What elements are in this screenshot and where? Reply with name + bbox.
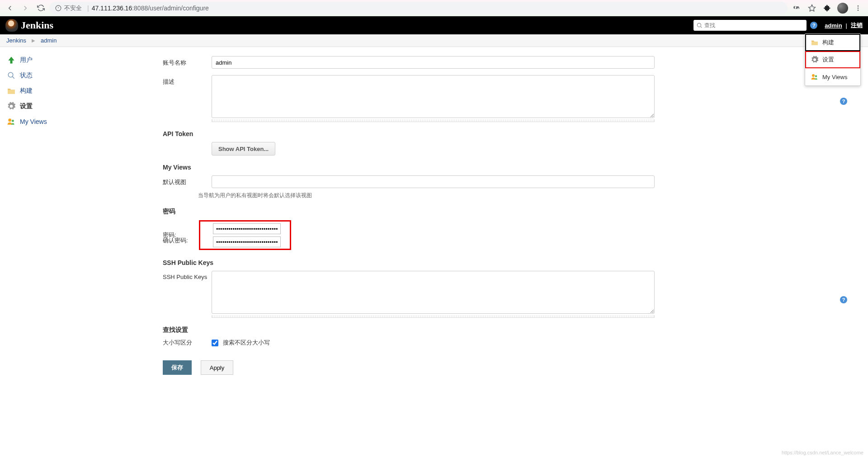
breadcrumb-home[interactable]: Jenkins (6, 37, 26, 44)
svg-point-5 (858, 7, 859, 9)
header-search[interactable] (693, 20, 807, 31)
svg-point-13 (8, 118, 11, 122)
svg-point-4 (858, 5, 859, 7)
key-icon[interactable] (790, 2, 803, 14)
sidebar: 用户 状态 构建 设置 My Views (0, 47, 127, 384)
current-user-link[interactable]: admin (825, 22, 842, 29)
default-view-hint: 当导航为用户的私有视图时将会默认选择该视图 (198, 192, 641, 199)
svg-point-14 (12, 120, 14, 122)
resize-grip[interactable] (212, 315, 655, 318)
browser-toolbar: 不安全 | 47.111.236.16:8088/user/admin/conf… (0, 0, 868, 16)
breadcrumb-user[interactable]: admin (41, 37, 57, 44)
dropdown-myviews-label: My Views (822, 74, 847, 80)
gear-icon (811, 56, 819, 64)
description-textarea[interactable] (212, 75, 655, 118)
help-icon[interactable]: ? (810, 22, 817, 29)
dropdown-item-configure[interactable]: 设置 (805, 51, 860, 68)
fullname-label: 账号名称 (163, 56, 212, 67)
jenkins-header: Jenkins ? admin | 注销 (0, 16, 868, 34)
help-icon[interactable]: ? (840, 296, 847, 303)
search-icon (696, 22, 703, 28)
show-api-token-button[interactable]: Show API Token... (212, 142, 275, 156)
user-dropdown: 构建 设置 My Views (805, 33, 861, 86)
dropdown-configure-label: 设置 (822, 56, 834, 64)
svg-marker-3 (809, 5, 816, 11)
sidebar-builds-label: 构建 (20, 87, 33, 95)
dropdown-item-myviews[interactable]: My Views (805, 68, 860, 85)
chevron-right-icon: ▶ (32, 38, 35, 43)
people-icon (811, 73, 819, 81)
ssh-heading: SSH Public Keys (163, 259, 854, 266)
reload-button[interactable] (34, 2, 47, 14)
svg-point-11 (8, 72, 13, 77)
main-content: 账号名称 描述 ? API Token Show API Token... My… (127, 47, 868, 384)
my-views-heading: My Views (163, 164, 854, 171)
up-arrow-icon (6, 55, 16, 65)
apply-button[interactable]: Apply (201, 360, 233, 375)
save-button[interactable]: 保存 (163, 360, 192, 375)
sidebar-item-configure[interactable]: 设置 (6, 99, 123, 114)
sidebar-item-builds[interactable]: 构建 (6, 83, 123, 99)
breadcrumb: Jenkins ▶ admin (0, 34, 868, 47)
sidebar-item-myviews[interactable]: My Views (6, 114, 123, 129)
svg-point-6 (858, 9, 859, 11)
resize-grip[interactable] (212, 119, 655, 122)
ssh-textarea[interactable] (212, 271, 655, 314)
address-bar[interactable]: 不安全 | 47.111.236.16:8088/user/admin/conf… (50, 2, 788, 14)
folder-icon (6, 86, 16, 96)
search-icon (6, 71, 16, 80)
browser-menu-button[interactable] (852, 2, 864, 14)
case-checkbox-label: 搜索不区分大小写 (223, 339, 270, 347)
password-heading: 密码 (163, 208, 854, 216)
sidebar-myviews-label: My Views (20, 118, 47, 125)
jenkins-mascot-icon (5, 19, 18, 32)
sidebar-item-people[interactable]: 用户 (6, 52, 123, 68)
jenkins-logo[interactable]: Jenkins (5, 19, 53, 32)
default-view-label: 默认视图 (163, 175, 212, 186)
svg-point-9 (812, 74, 815, 77)
password-input[interactable] (213, 223, 281, 234)
jenkins-wordmark: Jenkins (21, 19, 53, 31)
extensions-icon[interactable] (821, 2, 834, 14)
sidebar-status-label: 状态 (20, 71, 33, 80)
svg-point-10 (815, 75, 817, 77)
confirm-password-label: 确认密码: (163, 236, 199, 245)
svg-line-8 (701, 27, 702, 28)
fullname-input[interactable] (212, 56, 655, 69)
confirm-password-input[interactable] (213, 236, 281, 247)
search-input[interactable] (704, 22, 804, 28)
profile-avatar[interactable] (836, 2, 849, 14)
people-icon (6, 117, 16, 127)
api-token-heading: API Token (163, 130, 854, 137)
logout-link[interactable]: 注销 (851, 21, 863, 29)
sidebar-people-label: 用户 (20, 56, 33, 64)
forward-button[interactable] (19, 2, 32, 14)
default-view-input[interactable] (212, 175, 655, 188)
dropdown-build-label: 构建 (822, 38, 834, 47)
gear-icon (6, 101, 16, 111)
url-text: 47.111.236.16:8088/user/admin/configure (92, 5, 209, 12)
sidebar-configure-label: 设置 (20, 102, 33, 110)
help-icon[interactable]: ? (840, 98, 847, 105)
sidebar-item-status[interactable]: 状态 (6, 68, 123, 83)
folder-icon (811, 38, 819, 47)
dropdown-item-build[interactable]: 构建 (805, 34, 860, 51)
svg-line-12 (12, 76, 14, 79)
svg-point-7 (698, 23, 701, 27)
description-label: 描述 (163, 75, 212, 86)
back-button[interactable] (4, 2, 16, 14)
insecure-label: 不安全 (64, 4, 82, 12)
bookmark-star-icon[interactable] (806, 2, 818, 14)
search-settings-heading: 查找设置 (163, 326, 854, 334)
ssh-label: SSH Public Keys (163, 271, 212, 280)
case-insensitive-checkbox[interactable] (212, 340, 218, 346)
case-sensitive-label: 大小写区分 (163, 339, 212, 347)
